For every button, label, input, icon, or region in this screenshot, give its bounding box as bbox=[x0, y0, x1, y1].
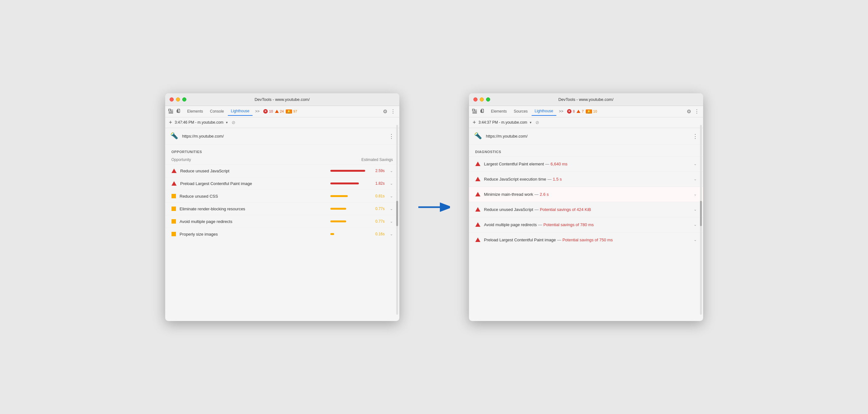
left-url-dropdown[interactable]: ▾ bbox=[226, 121, 228, 125]
diag-red-triangle-icon bbox=[475, 237, 480, 242]
blue-arrow-svg bbox=[418, 199, 450, 215]
row-expand-chevron[interactable]: ⌄ bbox=[390, 232, 393, 236]
row-expand-chevron[interactable]: ⌄ bbox=[390, 181, 393, 186]
left-tab-bar: Elements Console Lighthouse >> ✕ 10 24 🔔… bbox=[165, 106, 399, 117]
right-maximize-button[interactable] bbox=[486, 97, 490, 101]
left-opportunity-rows: Reduce unused JavaScript2.59s⌄Preload La… bbox=[165, 164, 399, 241]
left-badge-errors[interactable]: ✕ 10 bbox=[263, 109, 273, 114]
left-cancel-icon[interactable]: ⊘ bbox=[231, 120, 236, 125]
right-section-title: DIAGNOSTICS bbox=[469, 145, 703, 156]
left-tab-console[interactable]: Console bbox=[207, 107, 227, 116]
right-lighthouse-more[interactable]: ⋮ bbox=[692, 133, 698, 140]
left-tab-lighthouse[interactable]: Lighthouse bbox=[228, 107, 253, 116]
left-tab-overflow[interactable]: >> bbox=[253, 108, 261, 115]
right-url-dropdown[interactable]: ▾ bbox=[530, 121, 532, 125]
left-maximize-button[interactable] bbox=[182, 97, 186, 101]
right-diagnostic-row-1[interactable]: Reduce JavaScript execution time — 1.5 s… bbox=[469, 171, 703, 187]
left-settings-icon[interactable]: ⚙ bbox=[382, 107, 389, 116]
left-scrollbar-track[interactable] bbox=[396, 125, 398, 315]
left-info-count: 97 bbox=[293, 109, 297, 113]
orange-square-icon bbox=[172, 206, 176, 211]
savings-value: 2.59s bbox=[372, 168, 385, 173]
right-inspect-icon[interactable] bbox=[471, 108, 478, 115]
right-cancel-icon[interactable]: ⊘ bbox=[535, 120, 539, 125]
diag-expand-chevron[interactable]: ⌄ bbox=[694, 192, 697, 196]
savings-bar bbox=[330, 220, 346, 222]
svg-rect-10 bbox=[472, 109, 474, 111]
savings-bar bbox=[330, 195, 348, 197]
savings-value: 0.16s bbox=[372, 232, 385, 236]
right-badge-warnings[interactable]: 7 bbox=[577, 109, 584, 113]
diag-value: Potential savings of 780 ms bbox=[543, 222, 594, 227]
row-expand-chevron[interactable]: ⌄ bbox=[390, 206, 393, 211]
right-diagnostic-row-5[interactable]: Preload Largest Contentful Paint image —… bbox=[469, 232, 703, 247]
diag-red-triangle-icon bbox=[475, 162, 480, 166]
right-diagnostic-row-2[interactable]: Minimize main-thread work — 2.6 s⌄ bbox=[469, 187, 703, 202]
row-label: Reduce unused CSS bbox=[180, 194, 327, 199]
right-diagnostic-row-0[interactable]: Largest Contentful Paint element — 6,640… bbox=[469, 156, 703, 171]
right-tab-overflow[interactable]: >> bbox=[557, 108, 565, 115]
right-add-button[interactable]: + bbox=[473, 120, 476, 125]
right-more-icon[interactable]: ⋮ bbox=[693, 107, 701, 116]
diag-value: 1.5 s bbox=[553, 177, 562, 182]
row-label: Preload Largest Contentful Paint image bbox=[180, 181, 327, 186]
left-opportunity-row-2[interactable]: Reduce unused CSS0.81s⌄ bbox=[165, 190, 399, 202]
left-more-icon[interactable]: ⋮ bbox=[389, 107, 397, 116]
left-close-button[interactable] bbox=[169, 97, 174, 101]
diag-dash: — bbox=[557, 237, 561, 242]
diag-label: Minimize main-thread work bbox=[484, 192, 533, 197]
diag-expand-chevron[interactable]: ⌄ bbox=[694, 162, 697, 166]
diag-value: 6,640 ms bbox=[551, 162, 567, 166]
left-device-icon[interactable] bbox=[176, 108, 182, 115]
right-traffic-lights bbox=[473, 97, 490, 101]
right-scrollbar-thumb[interactable] bbox=[700, 201, 702, 226]
diag-text: Preload Largest Contentful Paint image —… bbox=[484, 237, 613, 242]
left-section-title: OPPORTUNITIES bbox=[165, 145, 399, 156]
right-tab-lighthouse[interactable]: Lighthouse bbox=[532, 107, 557, 116]
right-tab-elements[interactable]: Elements bbox=[488, 107, 510, 116]
right-lighthouse-header: 🔦 https://m.youtube.com/ ⋮ bbox=[469, 128, 703, 145]
left-minimize-button[interactable] bbox=[176, 97, 180, 101]
left-opportunity-row-0[interactable]: Reduce unused JavaScript2.59s⌄ bbox=[165, 164, 399, 177]
left-warning-icon bbox=[275, 110, 279, 113]
left-lighthouse-more[interactable]: ⋮ bbox=[389, 133, 394, 140]
right-settings-icon[interactable]: ⚙ bbox=[685, 107, 692, 116]
right-tab-sources[interactable]: Sources bbox=[511, 107, 531, 116]
diag-expand-chevron[interactable]: ⌄ bbox=[694, 207, 697, 212]
right-diagnostic-row-3[interactable]: Reduce unused JavaScript — Potential sav… bbox=[469, 202, 703, 217]
left-devtools-window: DevTools - www.youtube.com/ bbox=[165, 93, 399, 321]
left-opportunity-row-4[interactable]: Avoid multiple page redirects0.77s⌄ bbox=[165, 215, 399, 228]
diag-dash: — bbox=[534, 207, 538, 212]
right-device-icon[interactable] bbox=[480, 108, 486, 115]
left-inspect-icon[interactable] bbox=[168, 108, 174, 115]
svg-point-7 bbox=[178, 112, 179, 113]
orange-square-icon bbox=[172, 219, 176, 224]
right-badge-info[interactable]: 🔔 10 bbox=[586, 109, 597, 114]
left-scrollbar-thumb[interactable] bbox=[396, 201, 398, 226]
row-expand-chevron[interactable]: ⌄ bbox=[390, 219, 393, 224]
row-expand-chevron[interactable]: ⌄ bbox=[390, 168, 393, 173]
diag-red-triangle-icon bbox=[475, 192, 480, 196]
right-badge-errors[interactable]: ✕ 8 bbox=[567, 109, 575, 114]
diag-value: Potential savings of 424 KiB bbox=[540, 207, 591, 212]
right-minimize-button[interactable] bbox=[480, 97, 484, 101]
left-opportunity-row-5[interactable]: Properly size images0.16s⌄ bbox=[165, 228, 399, 241]
left-opportunity-row-1[interactable]: Preload Largest Contentful Paint image1.… bbox=[165, 177, 399, 190]
diag-label: Preload Largest Contentful Paint image bbox=[484, 237, 556, 242]
right-diagnostic-row-4[interactable]: Avoid multiple page redirects — Potentia… bbox=[469, 217, 703, 232]
savings-bar bbox=[330, 233, 334, 235]
left-add-button[interactable]: + bbox=[169, 120, 173, 125]
left-tab-elements[interactable]: Elements bbox=[184, 107, 206, 116]
row-expand-chevron[interactable]: ⌄ bbox=[390, 194, 393, 198]
left-col-savings: Estimated Savings bbox=[361, 158, 393, 162]
diag-expand-chevron[interactable]: ⌄ bbox=[694, 237, 697, 242]
left-badge-info[interactable]: 🔔 97 bbox=[286, 109, 297, 114]
savings-value: 0.77s bbox=[372, 206, 385, 211]
diag-expand-chevron[interactable]: ⌄ bbox=[694, 177, 697, 181]
right-scrollbar-track[interactable] bbox=[700, 125, 702, 315]
diag-expand-chevron[interactable]: ⌄ bbox=[694, 222, 697, 227]
right-close-button[interactable] bbox=[473, 97, 477, 101]
left-badge-warnings[interactable]: 24 bbox=[275, 109, 284, 113]
right-window-title: DevTools - www.youtube.com/ bbox=[558, 97, 613, 102]
left-opportunity-row-3[interactable]: Eliminate render-blocking resources0.77s… bbox=[165, 202, 399, 215]
